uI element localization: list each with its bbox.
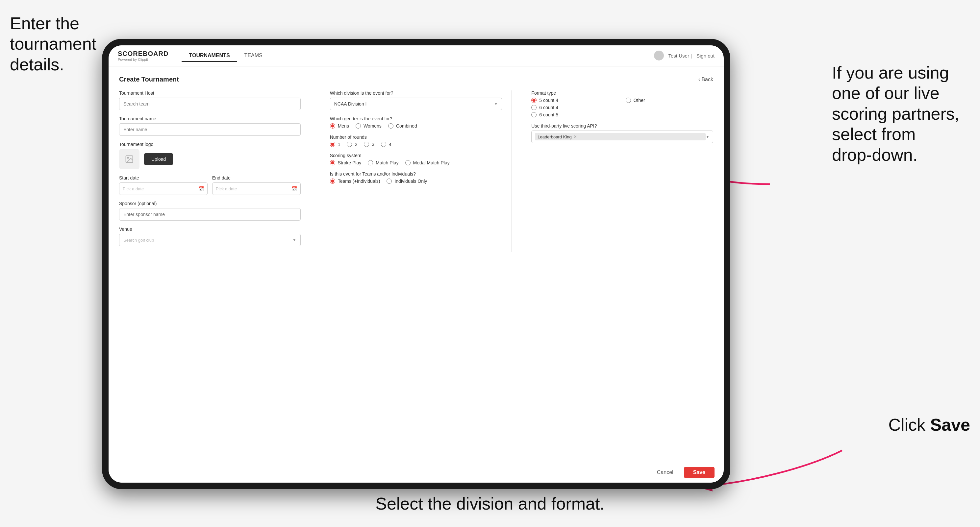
division-value: NCAA Division I — [334, 101, 367, 106]
format-type-grid: 5 count 4 Other 6 count 4 — [531, 98, 713, 117]
division-select[interactable]: NCAA Division I ▼ — [330, 98, 502, 110]
chevron-down-icon-division: ▼ — [494, 102, 498, 106]
teams-label: Is this event for Teams and/or Individua… — [330, 171, 502, 176]
round-3[interactable]: 3 — [364, 142, 374, 147]
teams-radio-group: Teams (+Individuals) Individuals Only — [330, 178, 502, 184]
rounds-radio-group: 1 2 3 — [330, 142, 502, 147]
teams-group: Is this event for Teams and/or Individua… — [330, 171, 502, 184]
format-other-radio[interactable] — [626, 98, 631, 103]
sponsor-group: Sponsor (optional) — [119, 201, 301, 221]
live-scoring-remove-icon[interactable]: × — [574, 134, 577, 140]
nav-right: Test User | Sign out — [654, 51, 714, 60]
dates-group: Start date Pick a date 📅 End date — [119, 175, 301, 195]
live-scoring-value: Leaderboard King — [538, 135, 571, 140]
live-scoring-label: Use third-party live scoring API? — [531, 123, 713, 129]
cancel-button[interactable]: Cancel — [651, 467, 679, 478]
start-date-label: Start date — [119, 175, 208, 181]
individuals-only-label: Individuals Only — [395, 178, 427, 184]
app-container: SCOREBOARD Powered by Clippit TOURNAMENT… — [108, 45, 724, 483]
teams-plus-radio[interactable] — [330, 178, 335, 184]
venue-placeholder: Search golf club — [123, 238, 154, 243]
end-date-label: End date — [212, 175, 301, 181]
scoring-medal-match-radio[interactable] — [405, 160, 410, 165]
start-date-group: Start date Pick a date 📅 — [119, 175, 208, 195]
teams-plus-individuals[interactable]: Teams (+Individuals) — [330, 178, 380, 184]
scoring-stroke[interactable]: Stroke Play — [330, 160, 361, 165]
format-5count4-label: 5 count 4 — [539, 98, 558, 103]
tournament-logo-group: Tournament logo Upload — [119, 142, 301, 169]
format-5count4-radio[interactable] — [531, 98, 536, 103]
scoring-match-radio[interactable] — [368, 160, 373, 165]
scoring-match[interactable]: Match Play — [368, 160, 398, 165]
end-date-input[interactable]: Pick a date 📅 — [212, 183, 301, 195]
annotation-enter-tournament-details: Enter thetournamentdetails. — [10, 13, 96, 75]
annotation-live-scoring: If you are usingone of our livescoring p… — [832, 62, 970, 165]
gender-combined[interactable]: Combined — [388, 123, 417, 129]
brand-title: SCOREBOARD — [118, 50, 169, 57]
scoring-medal-match[interactable]: Medal Match Play — [405, 160, 450, 165]
teams-plus-label: Teams (+Individuals) — [338, 178, 380, 184]
gender-group: Which gender is the event for? Mens Wome… — [330, 116, 502, 129]
back-link[interactable]: Back — [698, 76, 713, 83]
live-scoring-select[interactable]: Leaderboard King × ▼ — [531, 130, 713, 143]
round-2-radio[interactable] — [347, 142, 352, 147]
chevron-down-icon-live: ▼ — [706, 135, 710, 139]
nav-teams[interactable]: TEAMS — [237, 50, 270, 62]
tournament-name-input[interactable] — [119, 123, 301, 136]
gender-radio-group: Mens Womens Combined — [330, 123, 502, 129]
sign-out-link[interactable]: Sign out — [697, 53, 714, 59]
gender-mens[interactable]: Mens — [330, 123, 349, 129]
gender-mens-radio[interactable] — [330, 123, 335, 129]
format-6count5-label: 6 count 5 — [539, 112, 558, 117]
tournament-name-group: Tournament name — [119, 116, 301, 136]
format-type-group: Format type 5 count 4 Other — [531, 90, 713, 117]
gender-womens-radio[interactable] — [356, 123, 361, 129]
round-3-radio[interactable] — [364, 142, 369, 147]
round-4[interactable]: 4 — [381, 142, 391, 147]
col3-section: Format type 5 count 4 Other — [522, 90, 713, 252]
save-button[interactable]: Save — [684, 467, 714, 478]
individuals-only-radio[interactable] — [387, 178, 392, 184]
format-6count5[interactable]: 6 count 5 — [531, 112, 619, 117]
round-1[interactable]: 1 — [330, 142, 340, 147]
avatar — [654, 51, 664, 60]
page-header: Create Tournament Back — [119, 76, 713, 83]
rounds-label: Number of rounds — [330, 135, 502, 140]
format-6count4[interactable]: 6 count 4 — [531, 105, 619, 110]
division-group: Which division is the event for? NCAA Di… — [330, 90, 502, 110]
start-date-input[interactable]: Pick a date 📅 — [119, 183, 208, 195]
format-5count4[interactable]: 5 count 4 — [531, 98, 619, 103]
annotation-click-save: Click Save — [888, 414, 970, 435]
nav-tournaments[interactable]: TOURNAMENTS — [181, 50, 237, 62]
format-6count5-radio[interactable] — [531, 112, 536, 117]
calendar-icon-end: 📅 — [291, 186, 297, 191]
tournament-host-input[interactable] — [119, 98, 301, 110]
logo-placeholder — [119, 149, 140, 169]
venue-select[interactable]: Search golf club ▼ — [119, 234, 301, 246]
tablet-screen: SCOREBOARD Powered by Clippit TOURNAMENT… — [108, 45, 724, 483]
round-1-radio[interactable] — [330, 142, 335, 147]
round-2[interactable]: 2 — [347, 142, 357, 147]
tournament-name-label: Tournament name — [119, 116, 301, 121]
scoring-stroke-radio[interactable] — [330, 160, 335, 165]
end-date-group: End date Pick a date 📅 — [212, 175, 301, 195]
venue-label: Venue — [119, 227, 301, 232]
format-6count4-label: 6 count 4 — [539, 105, 558, 110]
format-other[interactable]: Other — [626, 98, 713, 103]
round-4-radio[interactable] — [381, 142, 386, 147]
division-label: Which division is the event for? — [330, 90, 502, 96]
format-6count4-radio[interactable] — [531, 105, 536, 110]
gender-combined-radio[interactable] — [388, 123, 393, 129]
user-name: Test User | — [668, 53, 692, 59]
navbar: SCOREBOARD Powered by Clippit TOURNAMENT… — [108, 45, 724, 67]
round-2-label: 2 — [355, 142, 357, 147]
gender-womens[interactable]: Womens — [356, 123, 382, 129]
page-content: Create Tournament Back Tournament Host T… — [108, 67, 724, 462]
upload-button[interactable]: Upload — [144, 153, 173, 165]
scoring-medal-match-label: Medal Match Play — [413, 160, 450, 165]
tournament-host-group: Tournament Host — [119, 90, 301, 110]
scoring-label: Scoring system — [330, 153, 502, 158]
sponsor-input[interactable] — [119, 208, 301, 221]
brand: SCOREBOARD Powered by Clippit — [118, 50, 169, 62]
individuals-only[interactable]: Individuals Only — [387, 178, 427, 184]
